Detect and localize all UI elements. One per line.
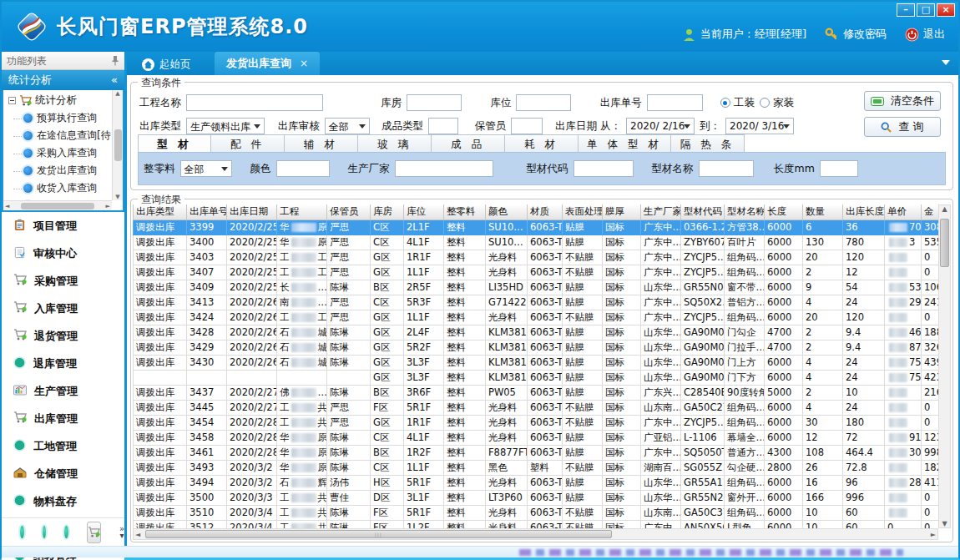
radio-jiazhuang[interactable]: 家装	[760, 96, 794, 110]
tree-item-收货入库查询[interactable]: 收货入库查询	[5, 179, 111, 197]
column-header-数量[interactable]: 数量	[803, 204, 843, 219]
table-row[interactable]: 调拨出库34932020/3/2华原…陈琳C区1L1F整料黑色塑料不贴膜国标湖南…	[134, 460, 939, 475]
table-row[interactable]: 调拨出库34942020/3/2石辉城汤伟H区5R1F整料光身料6063-T5贴…	[134, 475, 939, 490]
column-header-型材名称[interactable]: 型材名称	[725, 204, 765, 219]
material-tab-成品[interactable]: 成 品	[432, 134, 505, 153]
outbound-audit-select[interactable]: 全部	[325, 118, 370, 134]
logout-button[interactable]: 退出	[905, 27, 945, 42]
tree-expander-icon[interactable]	[8, 97, 16, 104]
tree-item-发货出库查询[interactable]: 发货出库查询	[5, 162, 111, 179]
sidebar-module-审核中心[interactable]: 审核中心	[2, 240, 124, 267]
sidebar-module-工地管理[interactable]: 工地管理	[2, 432, 124, 460]
keeper-input[interactable]	[511, 118, 543, 134]
table-row[interactable]: 调拨出库34242020/2/26工工程严思G区1L1F整料光身料6063-T5…	[134, 310, 939, 325]
color-input[interactable]	[276, 160, 330, 177]
column-header-库房[interactable]: 库房	[371, 204, 404, 219]
material-tab-玻璃[interactable]: 玻 璃	[358, 134, 432, 153]
column-header-金[interactable]: 金	[922, 204, 939, 219]
tab-overflow-icon[interactable]	[942, 60, 950, 65]
column-header-单价[interactable]: 单价	[885, 204, 922, 219]
minimize-button[interactable]: –	[897, 3, 915, 17]
table-horizontal-scrollbar[interactable]: ◄|||►	[133, 528, 938, 540]
product-type-input[interactable]	[428, 118, 458, 134]
column-header-膜厚[interactable]: 膜厚	[603, 204, 641, 219]
close-button[interactable]: ×	[937, 3, 955, 17]
change-password-button[interactable]: 修改密码	[825, 27, 887, 42]
tree-vertical-scrollbar[interactable]: ▲▼	[112, 90, 123, 200]
outbound-type-select[interactable]: 生产领料出库	[186, 118, 265, 134]
material-tab-隔热条[interactable]: 隔 热 条	[671, 134, 745, 153]
section-header-statistics[interactable]: 统计分析 «	[2, 70, 124, 90]
column-header-出库类型[interactable]: 出库类型	[134, 204, 187, 219]
column-header-生产厂家[interactable]: 生产厂家	[641, 204, 681, 219]
sidebar-module-入库管理[interactable]: 入库管理	[2, 295, 124, 322]
table-row[interactable]: 调拨出库34132020/2/26南…严思C区5R3F整料G714226063-…	[134, 295, 939, 310]
sidebar-module-物料盘存[interactable]: 物料盘存	[2, 487, 124, 515]
module-dot-icon[interactable]	[43, 526, 47, 538]
sidebar-module-退库管理[interactable]: 退库管理	[2, 350, 124, 377]
column-header-库位[interactable]: 库位	[404, 204, 444, 219]
order-no-input[interactable]	[647, 94, 704, 111]
date-to-select[interactable]: 2020/ 3/16	[725, 118, 794, 134]
table-row[interactable]: 调拨出库34282020/2/26石城陈琳G区2L4F整料KLM38176063…	[134, 325, 939, 340]
table-row[interactable]: 调拨出库34372020/2/27佛…陈琳B区3R6F整料PW056063-T5…	[134, 385, 939, 400]
column-header-出库日期[interactable]: 出库日期	[227, 204, 277, 219]
tree-item-在途信息查询[待[interactable]: 在途信息查询[待	[5, 127, 111, 144]
tree-item-采购入库查询[interactable]: 采购入库查询	[5, 144, 111, 162]
table-vertical-scrollbar[interactable]: ▲▼	[938, 204, 951, 528]
sidebar-module-出库管理[interactable]: 出库管理	[2, 405, 124, 432]
sidebar-module-项目管理[interactable]: 项目管理	[2, 212, 124, 240]
material-tab-配件[interactable]: 配 件	[211, 134, 285, 153]
column-header-表面处理[interactable]: 表面处理	[563, 204, 603, 219]
table-row[interactable]: 调拨出库35122020/3/4工共工程陈琳F区1L2F整料光身料6063-T5…	[134, 520, 939, 528]
table-row[interactable]: 调拨出库34032020/2/25工工程严思G区1R1F整料光身料6063-T5…	[134, 250, 939, 265]
module-overflow-button[interactable]: »▾	[119, 526, 124, 539]
column-header-整零料[interactable]: 整零料	[444, 204, 486, 219]
date-from-select[interactable]: 2020/ 2/16	[626, 118, 695, 134]
material-tab-单体型材[interactable]: 单 体 型 材	[579, 134, 671, 153]
sidebar-module-退货管理[interactable]: 退货管理	[2, 322, 124, 350]
maker-input[interactable]	[395, 160, 493, 177]
table-row[interactable]: 调拨出库34292020/2/26石城陈琳G区5R2F整料KLM38176063…	[134, 340, 939, 355]
table-row[interactable]: 调拨出库34452020/2/27工共工程严思F区5R1F整料光身料6063-T…	[134, 400, 939, 415]
clear-conditions-button[interactable]: 清空条件	[864, 91, 941, 111]
project-name-input[interactable]	[186, 94, 323, 111]
tree-horizontal-scrollbar[interactable]: ◄►	[3, 200, 112, 210]
column-header-颜色[interactable]: 颜色	[486, 204, 528, 219]
column-header-保管员[interactable]: 保管员	[327, 204, 371, 219]
pin-icon[interactable]	[111, 55, 119, 66]
search-button[interactable]: 查 询	[864, 117, 941, 137]
sidebar-module-仓储管理[interactable]: 仓储管理	[2, 460, 124, 487]
table-row[interactable]: G区3L3F整料KLM38176063-T5贴膜国标山东华…GA90M09.门下…	[134, 370, 939, 385]
column-header-型材代码[interactable]: 型材代码	[681, 204, 725, 219]
sidebar-module-生产管理[interactable]: 生产管理	[2, 377, 124, 405]
tab-home[interactable]: 起始页	[134, 54, 200, 75]
column-header-材质[interactable]: 材质	[528, 204, 563, 219]
profile-code-input[interactable]	[573, 160, 634, 177]
column-header-出库单号[interactable]: 出库单号	[187, 204, 227, 219]
tree-root-statistics[interactable]: 统计分析	[5, 92, 111, 109]
module-cart-button[interactable]	[87, 522, 101, 543]
table-row[interactable]: 调拨出库35002020/3/3工共工程曹佳D区3L1F整料LT3P606063…	[134, 490, 939, 505]
profile-name-input[interactable]	[699, 160, 754, 177]
module-dot-icon[interactable]	[20, 526, 24, 538]
maximize-button[interactable]: □	[917, 3, 935, 17]
tab-close-icon[interactable]: ×	[300, 58, 308, 69]
material-tab-辅材[interactable]: 辅 材	[285, 134, 358, 153]
warehouse-input[interactable]	[407, 94, 462, 111]
column-header-长度[interactable]: 长度	[765, 204, 803, 219]
table-row[interactable]: 调拨出库34072020/2/25工工程严思G区1L1F整料光身料6063-T5…	[134, 265, 939, 280]
sidebar-module-采购管理[interactable]: 采购管理	[2, 267, 124, 295]
material-tab-型材[interactable]: 型 材	[138, 134, 211, 153]
table-row[interactable]: 调拨出库35102020/3/4工共工程陈琳F区5R1F整料光身料6063-T5…	[134, 505, 939, 520]
table-row[interactable]: 调拨出库34612020/2/28华原…陈琳B区1R2F整料F8877FT606…	[134, 445, 939, 460]
tab-shipping-outbound-query[interactable]: 发货出库查询 ×	[215, 52, 320, 75]
table-row[interactable]: 调拨出库34302020/2/26石城陈琳G区3L3F整料KLM38176063…	[134, 355, 939, 370]
table-row[interactable]: 调拨出库34092020/2/25长…陈琳B区2R5F整料LI35HD6063-…	[134, 280, 939, 295]
length-input[interactable]	[820, 160, 858, 177]
module-dot-icon[interactable]	[64, 526, 68, 538]
column-header-工程[interactable]: 工程	[277, 204, 327, 219]
material-tab-耗材[interactable]: 耗 材	[505, 134, 579, 153]
tree-item-预算执行查询[interactable]: 预算执行查询	[5, 109, 111, 127]
collapse-icon[interactable]: «	[111, 70, 118, 90]
